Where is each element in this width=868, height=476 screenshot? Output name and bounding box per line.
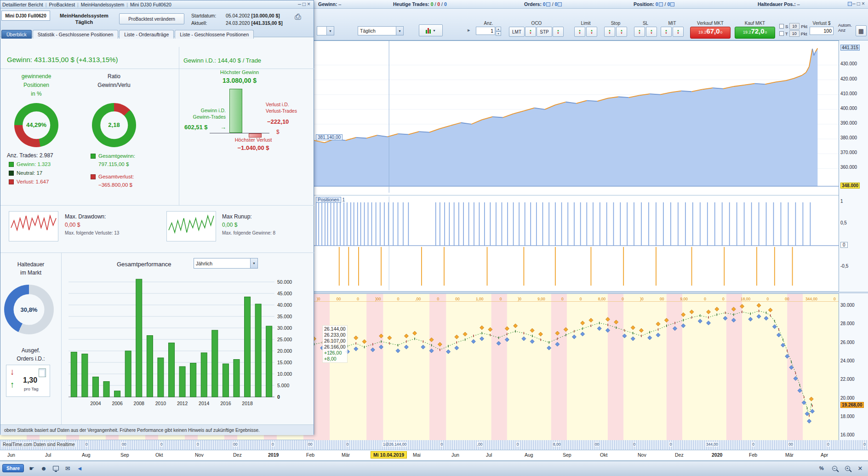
label-line: Ratio	[86, 72, 143, 81]
performance-period-select[interactable]: Jährlich▼	[194, 258, 258, 269]
mit-label: MIT	[660, 21, 684, 26]
axis-label: 22.000	[840, 377, 855, 382]
grid-icon[interactable]: ▦	[856, 25, 867, 36]
sl-buy-button[interactable]: ▲▼	[634, 27, 645, 37]
instrument-tab[interactable]: Mini DJ30 Full0620	[1, 11, 50, 21]
order-price-token: 0	[271, 442, 274, 447]
t-points-value[interactable]: 10	[789, 30, 799, 37]
max-loss-input[interactable]	[810, 27, 834, 35]
share-button[interactable]: Share	[2, 464, 24, 472]
close-tool-icon[interactable]: ✕	[856, 464, 864, 472]
zoom-in-icon[interactable]: +	[843, 464, 851, 472]
users-icon[interactable]: ☻	[40, 464, 48, 472]
axis-label: 20.000	[840, 396, 855, 401]
sl-label: SL	[634, 21, 657, 26]
titlebar-item-4[interactable]: Mini DJ30 Full0620	[130, 2, 171, 7]
tab--berblick[interactable]: Überblick	[1, 30, 32, 39]
sl-sell-button[interactable]: ▲▼	[646, 27, 657, 37]
target-checkbox[interactable]	[779, 31, 784, 36]
timeline-label: 2020	[712, 452, 722, 458]
mit-buy-button[interactable]: ▲▼	[661, 27, 672, 37]
instrument-select[interactable]: ▼	[317, 26, 334, 35]
price-chart-panel[interactable]: )0000)000,000001,000)09,00008,000)0009,0…	[314, 293, 839, 440]
svg-text:5.000: 5.000	[277, 383, 289, 388]
titlebar-item-3[interactable]: MeinHandelssystem	[81, 2, 125, 7]
equity-chart[interactable]	[314, 41, 839, 195]
oco-buy-button[interactable]: ▲▼	[525, 27, 536, 37]
order-price-token: 0	[863, 442, 866, 447]
back-icon[interactable]: ◄	[75, 464, 84, 472]
order-price-token: 0	[196, 442, 200, 447]
tab-liste-orderauftr-ge[interactable]: Liste - Orderaufträge	[119, 30, 174, 39]
lmt-button[interactable]: LMT	[509, 27, 525, 37]
orders-icon	[546, 2, 550, 6]
s-points-value[interactable]: 10	[789, 23, 799, 29]
stp-button[interactable]: STP	[537, 27, 552, 37]
axis-label: 420.000	[840, 76, 857, 81]
close-button[interactable]: ×	[862, 0, 866, 7]
order-annotation: 00	[660, 297, 664, 301]
position-stat: Position: 0 / 0	[634, 1, 675, 7]
equity-chart-panel[interactable]: 381.140,00	[314, 40, 839, 195]
minimize-button[interactable]: –	[298, 1, 303, 7]
legend-swatch	[9, 171, 14, 176]
period-select[interactable]: Täglich▼	[358, 26, 404, 35]
oco-sell-button[interactable]: ▲▼	[553, 27, 564, 37]
tab-liste-geschlossene-positionen[interactable]: Liste - Geschlossene Positionen	[175, 30, 254, 39]
maximize-button[interactable]: □	[857, 0, 862, 7]
minimize-button[interactable]: –	[852, 0, 857, 7]
legend-label: Neutral: 17	[17, 170, 42, 176]
percent-icon[interactable]: %	[817, 464, 826, 472]
buy-limit-button[interactable]: ▲▼	[574, 27, 585, 37]
modify-backtest-button[interactable]: ProBacktest verändern	[119, 13, 184, 24]
sell-market-button[interactable]: 19.267,00	[690, 27, 731, 39]
platform-toolbar: ▼ Täglich▼ ▼ ▸ Anz. ▲▼ OCO	[314, 9, 868, 40]
chart-type-button[interactable]: ▼	[419, 24, 443, 36]
sell-limit-button[interactable]: ▲▼	[586, 27, 597, 37]
timeline-label: Mär	[785, 452, 794, 458]
orders-rate-value: 1,30	[23, 376, 37, 384]
pointer-icon[interactable]: ☛	[28, 464, 36, 472]
positions-chart[interactable]	[314, 195, 839, 292]
order-annotation: 0	[722, 297, 725, 301]
stop-checkbox[interactable]	[779, 24, 784, 29]
print-icon[interactable]: ⎙	[295, 12, 301, 22]
layout-icon[interactable]	[848, 2, 852, 6]
buy-price-prefix: 19.2	[743, 30, 751, 34]
divider	[179, 47, 179, 205]
mit-sell-button[interactable]: ▲▼	[673, 27, 684, 37]
order-annotation: 18,00	[741, 297, 750, 301]
report-titlebar[interactable]: Detaillierter Bericht|ProBacktest|MeinHa…	[0, 0, 314, 9]
close-button[interactable]: ×	[307, 1, 312, 7]
axis-label: 410.000	[840, 91, 857, 96]
price-chart[interactable]	[314, 294, 839, 440]
zoom-out-icon[interactable]: −	[830, 464, 839, 472]
label-line: Positionen	[9, 81, 64, 90]
positions-panel[interactable]: Positionen 1	[314, 195, 839, 292]
axis-label: 380.000	[840, 135, 857, 140]
legend-label: Gewinn: 1.323	[17, 161, 51, 167]
buy-market-button[interactable]: 19.272,00	[735, 27, 775, 39]
monitor-icon[interactable]	[51, 464, 60, 472]
label-line: gewinnende	[9, 72, 64, 81]
mail-icon[interactable]: ✉	[63, 464, 72, 472]
timeline-label: Aug	[525, 452, 533, 458]
sell-stop-button[interactable]: ▲▼	[616, 27, 627, 37]
label-line: in %	[9, 90, 64, 98]
tab-statistik-geschlossene-positionen[interactable]: Statistik - Geschlossene Positionen	[33, 30, 119, 39]
sell-price-prefix: 19.2	[698, 30, 707, 34]
quantity-input[interactable]	[476, 27, 495, 35]
svg-text:2006: 2006	[112, 401, 123, 406]
maximize-button[interactable]: □	[303, 1, 307, 7]
gewinn-label: Gewinn:	[318, 1, 337, 7]
buy-stop-button[interactable]: ▲▼	[604, 27, 615, 37]
toolbar-expander[interactable]: ▸	[468, 27, 470, 33]
titlebar-item-1[interactable]: Detaillierter Bericht	[2, 2, 43, 7]
timeline-label: Sep	[120, 452, 129, 458]
avg-trade-axis	[210, 133, 269, 133]
order-annotation: 0	[704, 297, 706, 301]
sl-group: SL ▲▼▲▼	[634, 21, 657, 37]
order-price-token: 0	[160, 442, 163, 447]
quantity-stepper[interactable]: ▲▼	[496, 27, 501, 36]
titlebar-item-2[interactable]: ProBacktest	[49, 2, 75, 7]
